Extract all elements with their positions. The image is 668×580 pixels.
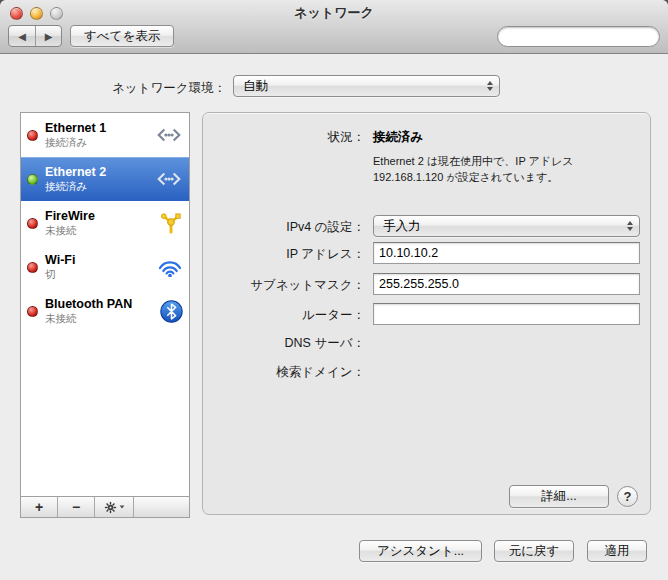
bluetooth-icon (160, 300, 183, 323)
environment-popup[interactable]: 自動 (233, 75, 500, 97)
back-arrow-icon: ◀ (18, 31, 26, 42)
service-row-wifi[interactable]: Wi-Fi 切 (21, 245, 189, 289)
ethernet-icon (155, 125, 183, 145)
back-forward-control: ◀ ▶ (8, 25, 62, 47)
advanced-button[interactable]: 詳細... (509, 485, 609, 508)
close-button[interactable] (10, 7, 23, 20)
ip-address-input[interactable] (373, 242, 640, 264)
router-label: ルーター： (203, 307, 365, 324)
service-row-ethernet1[interactable]: Ethernet 1 接続済み (21, 113, 189, 157)
revert-button[interactable]: 元に戻す (494, 540, 574, 562)
status-dot-red (27, 218, 38, 229)
service-name: Ethernet 2 (45, 165, 106, 181)
subnet-mask-label: サブネットマスク： (203, 277, 365, 294)
ip-address-label: IP アドレス： (203, 246, 365, 263)
environment-label: ネットワーク環境： (0, 80, 226, 97)
router-input[interactable] (373, 303, 640, 325)
ipv4-config-popup[interactable]: 手入力 (373, 215, 640, 237)
popup-arrows-icon (487, 81, 493, 91)
status-dot-green (27, 174, 38, 185)
status-dot-red (27, 262, 38, 273)
wifi-icon (157, 258, 183, 277)
search-input[interactable] (504, 29, 659, 45)
titlebar: ネットワーク ◀ ▶ すべてを表示 (0, 0, 668, 54)
services-list-toolbar: + − (20, 497, 190, 518)
list-toolbar-filler (134, 497, 189, 517)
service-status: 接続済み (45, 136, 106, 149)
gear-icon (104, 501, 117, 514)
service-row-firewire[interactable]: FireWire 未接続 (21, 201, 189, 245)
ethernet-icon (155, 169, 183, 189)
ipv4-config-value: 手入力 (383, 218, 621, 235)
service-status: 未接続 (45, 312, 132, 325)
popup-arrows-icon (627, 221, 633, 231)
show-all-button[interactable]: すべてを表示 (70, 25, 174, 47)
back-button[interactable]: ◀ (9, 26, 35, 46)
search-domain-label: 検索ドメイン： (203, 364, 365, 381)
help-button[interactable]: ? (617, 486, 638, 507)
service-name: FireWire (45, 209, 95, 225)
environment-popup-value: 自動 (243, 78, 481, 95)
status-dot-red (27, 130, 38, 141)
minimize-button[interactable] (30, 7, 43, 20)
service-status: 切 (45, 268, 75, 281)
action-menu-button[interactable] (95, 497, 134, 517)
firewire-icon (159, 211, 183, 235)
gear-menu-arrow-icon (119, 505, 124, 508)
service-status: 接続済み (45, 180, 106, 193)
traffic-lights (10, 7, 63, 20)
subnet-mask-input[interactable] (373, 273, 640, 295)
service-name: Bluetooth PAN (45, 297, 132, 313)
settings-panel: 状況： 接続済み Ethernet 2 は現在使用中で、IP アドレス 192.… (202, 112, 651, 515)
remove-service-button[interactable]: − (58, 497, 95, 517)
search-field[interactable] (497, 26, 660, 47)
add-service-button[interactable]: + (21, 497, 58, 517)
zoom-button[interactable] (50, 7, 63, 20)
status-label: 状況： (203, 129, 365, 146)
forward-button[interactable]: ▶ (35, 26, 61, 46)
service-row-bluetooth-pan[interactable]: Bluetooth PAN 未接続 (21, 289, 189, 333)
status-value: 接続済み (373, 129, 423, 146)
network-preferences-window: ネットワーク ◀ ▶ すべてを表示 ネットワーク環境： 自動 (0, 0, 668, 580)
apply-button[interactable]: 適用 (587, 540, 647, 562)
dns-server-label: DNS サーバ： (203, 335, 365, 352)
window-title: ネットワーク (0, 4, 668, 22)
ipv4-config-label: IPv4 の設定： (203, 219, 365, 236)
status-dot-red (27, 306, 38, 317)
assist-button[interactable]: アシスタント... (359, 540, 482, 562)
service-status: 未接続 (45, 224, 95, 237)
services-sidebar: Ethernet 1 接続済み Ethernet 2 接続済み (20, 112, 190, 518)
service-name: Wi-Fi (45, 253, 75, 269)
service-row-ethernet2[interactable]: Ethernet 2 接続済み (21, 157, 189, 201)
forward-arrow-icon: ▶ (45, 31, 53, 42)
service-name: Ethernet 1 (45, 121, 106, 137)
services-list: Ethernet 1 接続済み Ethernet 2 接続済み (20, 112, 190, 497)
status-description: Ethernet 2 は現在使用中で、IP アドレス 192.168.1.120… (373, 153, 637, 185)
